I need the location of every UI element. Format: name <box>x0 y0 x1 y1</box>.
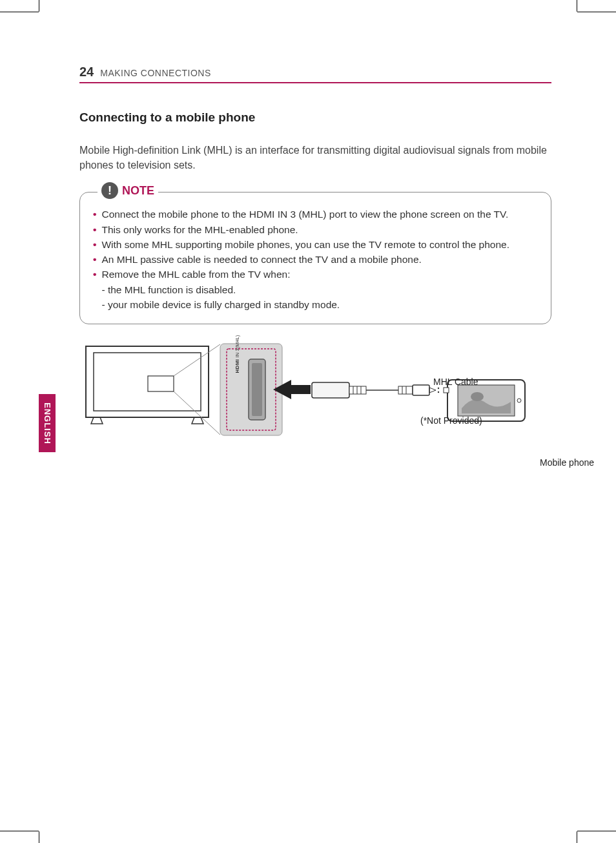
svg-rect-24 <box>444 388 449 393</box>
note-list: •Connect the mobile phone to the HDMI IN… <box>93 207 538 312</box>
mobile-phone-label: Mobile phone <box>531 457 602 468</box>
page-number: 24 <box>79 65 94 79</box>
cable-label: MHL Cable <box>433 377 478 387</box>
page-content: 24 MAKING CONNECTIONS Connecting to a mo… <box>79 65 551 477</box>
svg-rect-2 <box>148 376 174 391</box>
svg-rect-11 <box>349 386 366 394</box>
exclamation-icon: ! <box>101 182 118 199</box>
svg-line-3 <box>174 344 220 376</box>
note-label: NOTE <box>122 184 154 198</box>
note-item: Remove the MHL cable from the TV when: -… <box>101 267 340 312</box>
note-box: ! NOTE •Connect the mobile phone to the … <box>79 192 551 324</box>
tv-icon <box>86 344 220 435</box>
svg-point-22 <box>438 391 439 393</box>
svg-point-21 <box>438 388 439 389</box>
svg-marker-20 <box>429 388 436 393</box>
note-subline: - the MHL function is disabled. <box>101 282 340 297</box>
note-item: With some MHL supporting mobile phones, … <box>101 237 509 252</box>
page-header: 24 MAKING CONNECTIONS <box>79 65 551 83</box>
svg-rect-19 <box>413 385 429 395</box>
note-item: An MHL passive cable is needed to connec… <box>101 252 421 267</box>
svg-point-27 <box>471 392 484 401</box>
hdmi-port-icon <box>220 344 282 435</box>
note-item: This only works for the MHL-enabled phon… <box>101 222 298 237</box>
connection-diagram: HDMI IN 3(MHL) MHL Cable (*Not Provided)… <box>79 341 551 477</box>
svg-rect-10 <box>312 382 349 398</box>
mhl-cable-icon <box>312 382 439 398</box>
svg-line-4 <box>174 391 220 435</box>
not-provided-label: (*Not Provided) <box>420 415 482 426</box>
subheading: Connecting to a mobile phone <box>79 110 551 125</box>
note-subline: - your mobile device is fully charged in… <box>101 297 340 312</box>
note-item: Connect the mobile phone to the HDMI IN … <box>101 207 508 222</box>
svg-rect-8 <box>252 363 262 416</box>
note-badge: ! NOTE <box>98 182 158 199</box>
language-tab: ENGLISH <box>39 394 56 452</box>
intro-paragraph: Mobile High-definition Link (MHL) is an … <box>79 143 551 172</box>
section-title: MAKING CONNECTIONS <box>100 68 211 78</box>
hdmi-port-label: HDMI IN 3(MHL) <box>234 335 240 373</box>
svg-rect-16 <box>398 386 413 394</box>
